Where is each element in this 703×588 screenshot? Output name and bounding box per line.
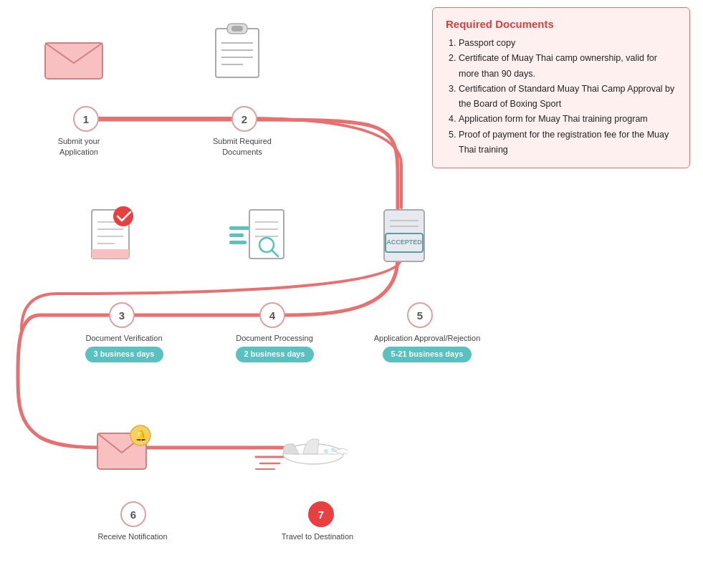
svg-rect-15 (229, 226, 249, 230)
step-2-circle: 2 (231, 106, 257, 132)
step-5-badge: 5-21 business days (383, 347, 472, 362)
step-4-badge: 2 business days (236, 347, 314, 362)
svg-rect-1 (216, 29, 259, 77)
step-1-icon (42, 36, 106, 85)
step-6-icon: 🔔 (92, 423, 156, 479)
svg-rect-24 (384, 210, 424, 261)
step-2-icon (211, 20, 263, 84)
step-3-icon (86, 206, 140, 270)
svg-rect-16 (229, 233, 244, 237)
required-docs-box: Required Documents Passport copy Certifi… (432, 7, 690, 168)
step-5-label: Application Approval/Rejection 5-21 busi… (370, 333, 484, 362)
step-1-label: Submit your Application (39, 136, 118, 158)
doc-item-3: Certification of Standard Muay Thai Camp… (459, 82, 676, 112)
step-7-label: Travel to Destination (271, 531, 364, 542)
doc-item-1: Passport copy (459, 36, 676, 51)
step-7-circle: 7 (308, 501, 334, 527)
doc-item-5: Proof of payment for the registration fe… (459, 127, 676, 158)
svg-point-37 (331, 448, 335, 452)
svg-point-36 (324, 449, 328, 453)
step-4-circle: 4 (259, 302, 285, 328)
step-6-label: Receive Notification (86, 531, 179, 542)
step-5-circle: 5 (407, 302, 433, 328)
required-docs-list: Passport copy Certificate of Muay Thai c… (446, 36, 676, 158)
svg-text:ACCEPTED: ACCEPTED (386, 238, 422, 246)
svg-point-14 (113, 206, 133, 226)
step-1-circle: 1 (73, 106, 99, 132)
svg-rect-13 (92, 249, 129, 259)
svg-rect-17 (229, 241, 247, 244)
doc-item-4: Application form for Muay Thai training … (459, 112, 676, 127)
doc-item-2: Certificate of Muay Thai camp ownership,… (459, 51, 676, 82)
step-5-icon: ACCEPTED (378, 206, 430, 270)
svg-rect-3 (231, 26, 243, 32)
step-4-label: Document Processing 2 business days (228, 333, 321, 362)
step-4-icon (228, 206, 289, 270)
step-3-label: Document Verification 3 business days (77, 333, 171, 362)
svg-text:🔔: 🔔 (135, 430, 148, 442)
step-2-label: Submit Required Documents (199, 136, 285, 158)
main-container: Required Documents Passport copy Certifi… (0, 0, 703, 588)
step-3-badge: 3 business days (85, 347, 163, 362)
required-docs-title: Required Documents (446, 18, 676, 30)
step-3-circle: 3 (109, 302, 135, 328)
step-6-circle: 6 (120, 501, 146, 527)
step-7-icon (254, 423, 348, 483)
